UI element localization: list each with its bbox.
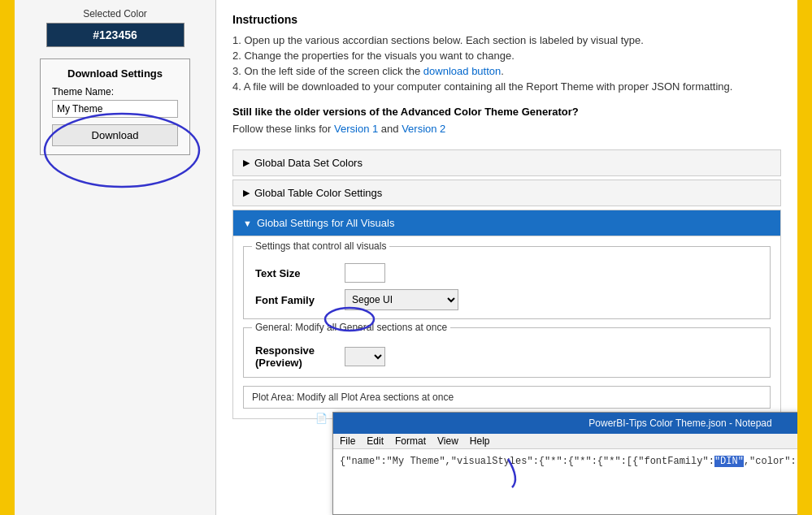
notepad-window-icon: 📄 [315,413,328,424]
plot-area-text: Plot Area: Modify all Plot Area sections… [243,386,771,409]
notepad-content: {"name":"My Theme","visualStyles":{"*":{… [333,449,797,514]
version2-link[interactable]: Version 2 [402,123,445,135]
instructions-section: Instructions 1. Open up the various acco… [232,13,781,93]
instructions-title: Instructions [232,13,781,26]
version1-link[interactable]: Version 1 [334,123,378,135]
accordion-arrow-1: ▶ [243,158,250,168]
instructions-list: 1. Open up the various accordian section… [232,34,781,93]
text-size-row: Text Size [255,263,758,283]
download-button[interactable]: Download [52,124,178,146]
theme-name-label: Theme Name: [52,86,178,97]
accordion-header-global-table-color-settings[interactable]: ▶ Global Table Color Settings [233,180,780,206]
color-swatch: #123456 [46,23,185,47]
instruction-step-3: 3. On the left side of the screen click … [232,65,781,77]
text-size-input[interactable] [345,263,385,283]
accordion-header-global-settings-all-visuals[interactable]: ▼ Global Settings for All Visuals [233,210,780,236]
settings-group-all-visuals: Settings that control all visuals Text S… [243,246,771,319]
selected-color-label: Selected Color [83,8,147,19]
accordion-label-2: Global Table Color Settings [254,187,382,199]
instruction-step-4: 4. A file will be downloaded to your com… [232,80,781,93]
instruction-step-2: 2. Change the properties for the visuals… [232,50,781,62]
main-content: Instructions 1. Open up the various acco… [216,0,797,515]
older-versions-text: Follow these links for Version 1 and Ver… [232,123,781,135]
accordion-arrow-2: ▶ [243,188,250,198]
yellow-bar-left [0,0,15,515]
responsive-select[interactable] [345,347,385,366]
accordion-content-global-settings: Settings that control all visuals Text S… [233,236,780,418]
older-versions-title: Still like the older versions of the Adv… [232,106,781,118]
accordion: ▶ Global Data Set Colors ▶ Global Table … [232,149,781,419]
responsive-row: Responsive (Preview) [255,344,758,369]
notepad-text-before: {"name":"My Theme","visualStyles":{"*":{… [340,456,714,467]
notepad-menu-help[interactable]: Help [470,435,490,447]
accordion-header-global-data-set-colors[interactable]: ▶ Global Data Set Colors [233,150,780,175]
download-link[interactable]: download button [423,65,501,77]
responsive-label: Responsive (Preview) [255,344,345,369]
settings-group-general: General: Modify all General sections at … [243,327,771,378]
accordion-item-global-data-set-colors: ▶ Global Data Set Colors [232,149,781,176]
accordion-label-1: Global Data Set Colors [254,157,363,169]
accordion-label-3: Global Settings for All Visuals [257,217,395,229]
notepad-menubar: File Edit Format View Help [333,434,797,449]
settings-group-legend: Settings that control all visuals [252,240,389,252]
notepad-titlebar: PowerBI-Tips Color Theme.json - Notepad [333,413,797,434]
font-family-select[interactable]: Segoe UI Arial Calibri Times New Roman V… [345,289,458,310]
font-family-label: Font Family [255,294,345,306]
theme-name-input[interactable] [52,100,178,118]
older-versions-text-before: Follow these links for [232,123,334,135]
accordion-arrow-3: ▼ [243,219,252,228]
yellow-bar-right [797,0,812,515]
notepad-text-highlight: "DIN" [714,456,744,467]
download-settings-box: Download Settings Theme Name: Download [40,58,190,155]
notepad-window: 📄 PowerBI-Tips Color Theme.json - Notepa… [332,412,797,515]
accordion-item-global-settings-all-visuals: ▼ Global Settings for All Visuals Settin… [232,210,781,419]
older-versions-text-between: and [378,123,402,135]
download-settings-title: Download Settings [52,67,178,80]
text-size-label: Text Size [255,267,345,279]
notepad-menu-view[interactable]: View [437,435,458,447]
settings-group-general-legend: General: Modify all General sections at … [252,322,450,333]
notepad-menu-edit[interactable]: Edit [367,435,384,447]
notepad-menu-format[interactable]: Format [395,435,426,447]
instruction-step-1: 1. Open up the various accordian section… [232,34,781,46]
plot-area-label: Plot Area: Modify all Plot Area sections… [252,392,454,403]
font-family-row: Font Family Segoe UI Arial Calibri Times… [255,289,758,310]
sidebar: Selected Color #123456 Download Settings… [15,0,216,515]
notepad-text-after: ,"color":{"solid":{}}}]}}}} [744,456,797,467]
older-versions-section: Still like the older versions of the Adv… [232,106,781,135]
notepad-menu-file[interactable]: File [340,435,355,447]
accordion-item-global-table-color-settings: ▶ Global Table Color Settings [232,180,781,206]
notepad-title-text: PowerBI-Tips Color Theme.json - Notepad [588,418,771,429]
